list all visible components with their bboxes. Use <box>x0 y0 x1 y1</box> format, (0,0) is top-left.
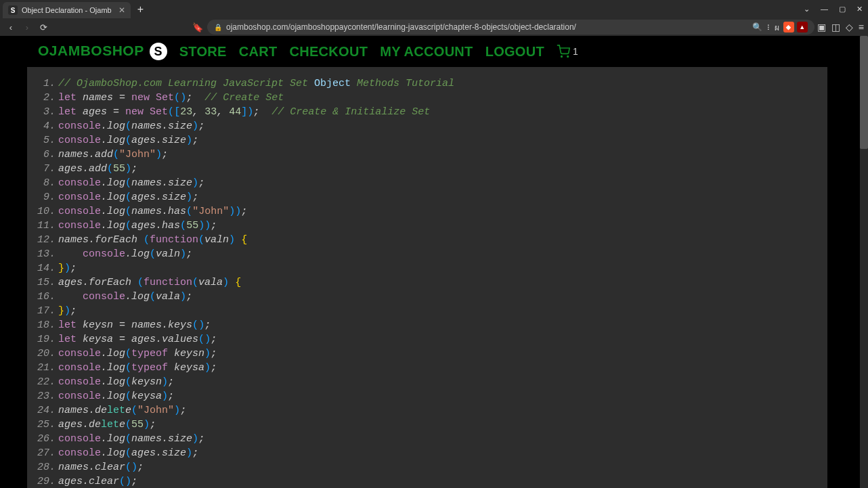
back-button[interactable]: ‹ <box>4 20 18 34</box>
share-icon[interactable]: ⫶ <box>766 22 771 32</box>
browser-tab[interactable]: S Object Declaration - Ojamb ✕ <box>3 2 131 18</box>
menu-icon[interactable]: ≡ <box>859 22 864 32</box>
bookmark-icon[interactable]: 🔖 <box>191 20 204 34</box>
wallet-icon[interactable]: ◫ <box>831 22 840 32</box>
browser-toolbar: ‹ › ⟳ 🔖 🔒 ojamboshop.com/ojamboshoppayco… <box>0 18 868 36</box>
browser-titlebar: S Object Declaration - Ojamb ✕ + ⌄ — ▢ ✕ <box>0 0 868 18</box>
close-icon[interactable]: ✕ <box>118 5 125 15</box>
brave-shield-icon[interactable]: ◆ <box>783 22 794 32</box>
extension-icons: ◆ ▲ <box>783 22 808 32</box>
site-info-icon[interactable]: 🔒 <box>214 24 222 31</box>
chevron-down-icon[interactable]: ⌄ <box>801 3 812 15</box>
minimize-button[interactable]: — <box>818 3 831 15</box>
maximize-button[interactable]: ▢ <box>836 3 848 15</box>
rss-icon[interactable]: ผ <box>775 21 779 34</box>
reload-button[interactable]: ⟳ <box>37 20 50 34</box>
extension-triangle-icon[interactable]: ▲ <box>797 22 808 32</box>
sidepanel-icon[interactable]: ▣ <box>817 22 826 32</box>
tab-favicon: S <box>8 5 18 15</box>
window-controls: ⌄ — ▢ ✕ <box>801 3 865 15</box>
url-text: ojamboshop.com/ojamboshoppaycontent/lear… <box>226 22 748 32</box>
reward-icon[interactable]: ◇ <box>846 22 853 32</box>
new-tab-button[interactable]: + <box>137 3 144 16</box>
close-window-button[interactable]: ✕ <box>854 3 865 15</box>
forward-button[interactable]: › <box>20 20 34 34</box>
address-bar[interactable]: 🔒 ojamboshop.com/ojamboshoppaycontent/le… <box>207 20 815 35</box>
tab-title: Object Declaration - Ojamb <box>22 6 112 14</box>
toolbar-right: ▣ ◫ ◇ ≡ <box>817 22 864 32</box>
zoom-icon[interactable]: 🔍 <box>752 22 762 32</box>
tab-strip: S Object Declaration - Ojamb ✕ + <box>3 0 144 18</box>
